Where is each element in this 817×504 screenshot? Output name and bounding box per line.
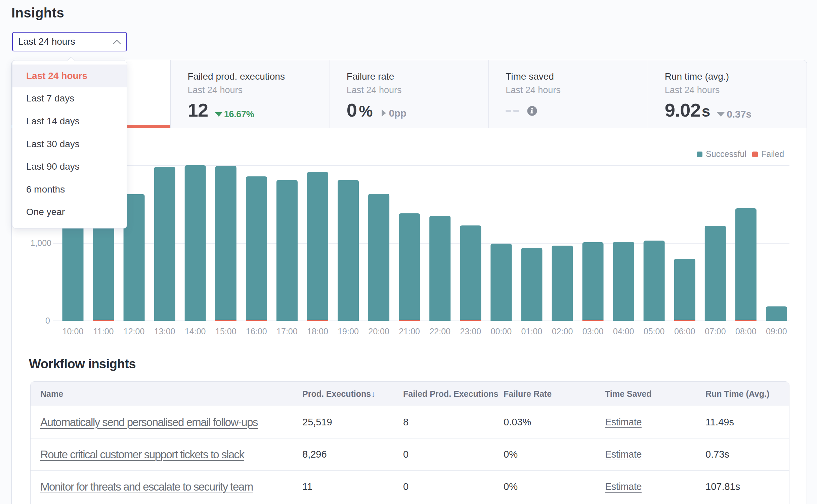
svg-text:Failed: Failed [761, 149, 784, 159]
svg-text:21:00: 21:00 [399, 327, 420, 336]
svg-text:23:00: 23:00 [460, 327, 481, 336]
svg-text:08:00: 08:00 [735, 327, 757, 336]
svg-text:00:00: 00:00 [491, 327, 512, 336]
svg-text:Successful: Successful [706, 149, 746, 159]
svg-text:12:00: 12:00 [124, 327, 145, 336]
svg-text:18:00: 18:00 [307, 327, 328, 336]
svg-text:0: 0 [45, 316, 50, 325]
svg-text:16:00: 16:00 [246, 327, 267, 336]
svg-text:02:00: 02:00 [552, 327, 573, 336]
svg-text:11:00: 11:00 [93, 327, 114, 336]
svg-text:06:00: 06:00 [674, 327, 695, 336]
svg-text:22:00: 22:00 [429, 327, 450, 336]
svg-text:19:00: 19:00 [338, 327, 359, 336]
svg-text:1,000: 1,000 [30, 238, 51, 248]
svg-text:09:00: 09:00 [766, 327, 787, 336]
svg-text:01:00: 01:00 [521, 327, 543, 336]
svg-text:07:00: 07:00 [705, 327, 726, 336]
svg-text:03:00: 03:00 [583, 327, 604, 336]
svg-text:13:00: 13:00 [154, 327, 175, 336]
svg-text:17:00: 17:00 [276, 327, 298, 336]
svg-text:15:00: 15:00 [215, 327, 236, 336]
svg-text:14:00: 14:00 [185, 327, 206, 336]
svg-text:20:00: 20:00 [368, 327, 389, 336]
svg-text:04:00: 04:00 [613, 327, 634, 336]
svg-text:10:00: 10:00 [62, 327, 84, 336]
svg-text:05:00: 05:00 [644, 327, 665, 336]
